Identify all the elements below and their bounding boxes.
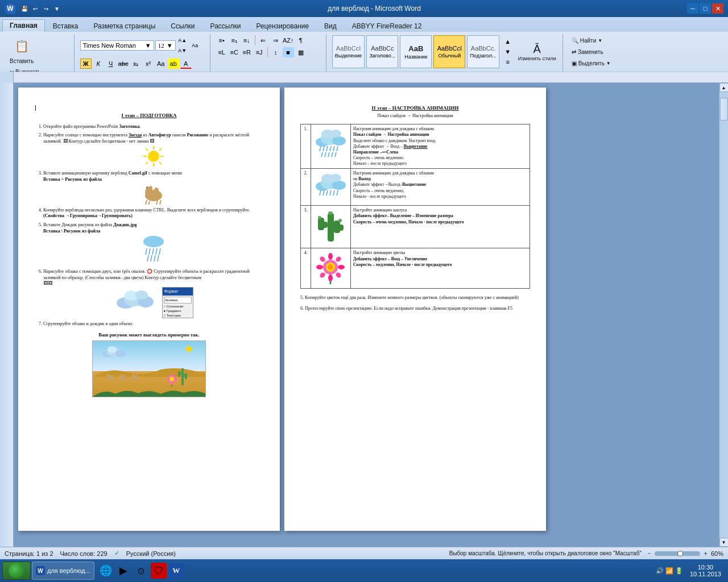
text-case-btn[interactable]: Аа [155, 59, 167, 69]
tab-mailings[interactable]: Рассылки [203, 19, 249, 32]
row3-num: 3. [301, 206, 311, 248]
zoom-level[interactable]: 60% [711, 550, 723, 557]
increase-font-btn[interactable]: A▲ [177, 35, 188, 45]
tab-review[interactable]: Рецензирование [249, 19, 316, 32]
zoom-hint[interactable]: Выбор масштаба. Щёлкните, чтобы открыть … [449, 550, 642, 556]
svg-rect-112 [334, 221, 340, 233]
find-btn[interactable]: 🔍 Найти ▼ [569, 35, 614, 45]
paste-icon: 📋 [13, 37, 31, 55]
select-btn[interactable]: ▣ Выделить ▼ [569, 58, 614, 68]
scroll-thumb[interactable] [720, 98, 728, 120]
style-normal[interactable]: AaBbCcI Обычный [433, 35, 465, 68]
font-size-selector[interactable]: 12 ▼ [155, 40, 176, 51]
font-name-selector[interactable]: Times New Roman ▼ [80, 40, 154, 51]
svg-point-21 [143, 236, 164, 247]
taskbar-antivirus-btn[interactable]: 🛡 [151, 563, 167, 579]
tab-view[interactable]: Вид [317, 19, 344, 32]
ruler-corner [0, 72, 14, 83]
increase-indent-btn[interactable]: ⇒ [270, 35, 282, 45]
row4-img [311, 248, 351, 288]
align-right-btn[interactable]: ≡R [241, 47, 253, 57]
taskbar-word2-btn[interactable]: W [168, 563, 184, 579]
svg-point-85 [330, 130, 341, 138]
taskbar-clock[interactable]: 10:30 10.11.2013 [685, 564, 726, 577]
decrease-indent-btn[interactable]: ⇐ [258, 35, 269, 45]
svg-point-122 [319, 256, 326, 263]
start-button[interactable] [2, 562, 31, 580]
vertical-scrollbar: ▲ ▼ [719, 83, 728, 547]
scroll-down-btn[interactable]: ▼ [719, 538, 729, 547]
svg-point-101 [330, 174, 341, 182]
zoom-in-btn[interactable]: ＋ [702, 549, 709, 558]
word-taskbar-btn[interactable]: W для верблюд... [32, 562, 94, 580]
sort-btn[interactable]: AZ↑ [283, 35, 294, 45]
line-spacing-btn[interactable]: ↕ [270, 47, 282, 57]
style-title[interactable]: АаВ Название [400, 35, 432, 68]
subscript-btn[interactable]: x₂ [130, 59, 142, 69]
font-color-btn[interactable]: А [180, 59, 192, 69]
taskbar-ie-btn[interactable]: 🌐 [98, 563, 114, 579]
justify-btn[interactable]: ≡J [254, 47, 265, 57]
language[interactable]: Русский (Россия) [126, 550, 176, 557]
zoom-out-btn[interactable]: － [646, 549, 652, 558]
zoom-slider[interactable] [655, 551, 700, 556]
align-center-btn[interactable]: ≡C [229, 47, 240, 57]
taskbar-chrome-btn[interactable]: ⊙ [133, 563, 149, 579]
bold-btn[interactable]: Ж [80, 59, 92, 69]
item2-text: Нарисуйте солнце с помощью инструмента З… [43, 132, 249, 144]
scroll-up-btn[interactable]: ▲ [719, 83, 729, 92]
redo-btn[interactable]: ↪ [42, 4, 51, 13]
system-tray: 🔊 📶 🔋 10:30 10.11.2013 [656, 564, 726, 577]
styles-scroll-down[interactable]: ▼ [502, 47, 514, 56]
paste-btn[interactable]: 📋 Вставить [7, 35, 36, 66]
svg-line-107 [337, 190, 338, 196]
align-left-btn[interactable]: ≡L [216, 47, 228, 57]
tab-page-layout[interactable]: Разметка страницы [86, 19, 163, 32]
save-quick-btn[interactable]: 💾 [20, 4, 29, 13]
tab-insert[interactable]: Вставка [46, 19, 86, 32]
spell-check-icon[interactable]: ✓ [114, 550, 119, 557]
style-heading[interactable]: AaBbCc Заголово... [366, 35, 398, 68]
svg-point-13 [154, 188, 159, 193]
page-info[interactable]: Страница: 1 из 2 [5, 550, 53, 557]
strikethrough-btn[interactable]: аbc [118, 59, 129, 69]
tab-abbyy[interactable]: ABBYY FineReader 12 [345, 19, 429, 32]
multilevel-list-btn[interactable]: ≡↓ [241, 35, 253, 45]
highlight-btn[interactable]: ab [168, 59, 179, 69]
clear-format-btn[interactable]: Aa [189, 40, 201, 51]
show-marks-btn[interactable]: ¶ [295, 35, 307, 45]
tray-icons[interactable]: 🔊 📶 🔋 [656, 567, 683, 575]
tab-references[interactable]: Ссылки [163, 19, 202, 32]
border-btn[interactable]: ▦ [295, 47, 307, 57]
decrease-font-btn[interactable]: A▼ [177, 45, 188, 56]
svg-point-115 [338, 219, 342, 222]
replace-btn[interactable]: ⇄ Заменить [569, 47, 614, 57]
style-highlight[interactable]: AaBbCcI Выделение [332, 35, 365, 68]
minimize-btn[interactable]: ─ [687, 3, 698, 14]
svg-rect-73 [185, 373, 187, 379]
styles-scroll-up[interactable]: ▲ [502, 37, 514, 46]
page2-subtitle: Показ слайдов → Настройка анимации [300, 113, 530, 119]
close-btn[interactable]: ✕ [712, 3, 723, 14]
change-styles-btn[interactable]: Ā Изменить стили [515, 40, 559, 64]
svg-point-113 [328, 211, 333, 215]
undo-btn[interactable]: ↩ [31, 4, 40, 13]
superscript-btn[interactable]: x² [143, 59, 154, 69]
svg-line-96 [335, 152, 336, 157]
underline-btn[interactable]: Ч [105, 59, 117, 69]
size-arrows: A▲ A▼ [177, 35, 188, 56]
svg-point-2 [148, 151, 159, 162]
bullet-list-btn[interactable]: ≡• [216, 35, 228, 45]
styles-more[interactable]: ≡ [502, 57, 514, 66]
desert-camels [104, 372, 140, 383]
table-row: 4. [301, 248, 530, 288]
taskbar-media-btn[interactable]: ▶ [115, 563, 131, 579]
tab-home[interactable]: Главная [2, 19, 45, 32]
taskbar: W для верблюд... 🌐 ▶ ⊙ 🛡 W 🔊 📶 🔋 10:30 1… [0, 559, 728, 582]
qa-dropdown-btn[interactable]: ▼ [52, 4, 61, 13]
shading-btn[interactable]: ■ [283, 47, 294, 57]
numbered-list-btn[interactable]: ≡₁ [229, 35, 240, 45]
style-subtitle[interactable]: AaBbCc. Подзагол... [467, 35, 499, 68]
restore-btn[interactable]: □ [700, 3, 711, 14]
italic-btn[interactable]: К [93, 59, 104, 69]
